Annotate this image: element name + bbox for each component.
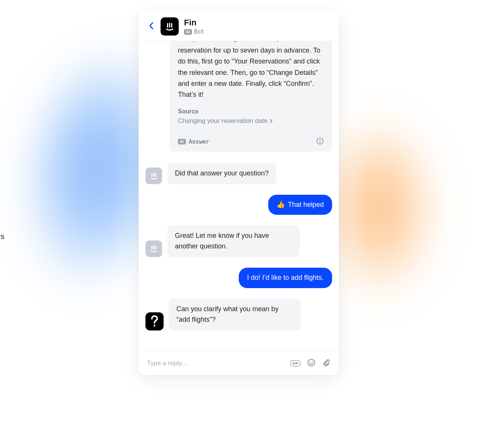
svg-point-13 <box>308 359 315 366</box>
bot-message-bubble: Can you clarify what you mean by “add fl… <box>169 299 301 330</box>
info-button[interactable] <box>316 137 324 146</box>
message-row-user: I do! I’d like to add flights. <box>145 268 332 288</box>
bot-subtitle: AI Bot <box>184 28 204 35</box>
svg-point-14 <box>310 361 311 362</box>
reply-input[interactable] <box>147 360 284 367</box>
message-row-bot: Great! Let me know if you have another q… <box>145 225 332 257</box>
svg-rect-2 <box>171 23 172 28</box>
chat-header: Fin AI Bot <box>139 11 339 41</box>
bot-avatar <box>145 168 162 184</box>
ai-badge: AI <box>178 139 186 144</box>
source-link[interactable]: Changing your reservation date <box>178 117 324 125</box>
svg-point-12 <box>154 324 156 326</box>
info-icon <box>316 137 324 145</box>
chevron-right-icon <box>270 119 273 123</box>
svg-rect-7 <box>153 172 155 177</box>
header-titles: Fin AI Bot <box>184 18 204 35</box>
svg-rect-11 <box>155 246 156 250</box>
svg-point-15 <box>312 361 313 362</box>
svg-rect-1 <box>169 23 170 28</box>
intercom-logo-icon <box>149 244 159 254</box>
svg-rect-6 <box>152 173 153 177</box>
ai-badge: AI <box>184 29 192 35</box>
background-partial-text: rs <box>0 232 5 241</box>
user-message-text: That helped <box>288 200 324 210</box>
chevron-left-icon <box>148 22 154 30</box>
bot-message-bubble: Did that answer your question? <box>167 163 276 184</box>
user-message-bubble: 👍 That helped <box>268 195 332 215</box>
intercom-logo-icon <box>149 171 159 181</box>
thumbs-up-emoji: 👍 <box>277 200 285 210</box>
answer-body: reservation for up to seven days in adva… <box>178 45 324 101</box>
svg-rect-8 <box>155 173 156 177</box>
answer-cutoff-text: Yes, you can change the date of your <box>178 41 324 44</box>
attachment-button[interactable] <box>322 358 331 368</box>
compose-area: GIF <box>139 351 339 375</box>
answer-card: Yes, you can change the date of your res… <box>170 41 332 152</box>
source-block: Source Changing your reservation date <box>178 108 324 125</box>
bot-avatar <box>161 17 179 36</box>
smiley-icon <box>307 358 315 367</box>
gif-button[interactable]: GIF <box>291 360 300 366</box>
message-row-bot: Can you clarify what you mean by “add fl… <box>145 299 332 330</box>
user-message-bubble: I do! I’d like to add flights. <box>239 268 332 288</box>
message-row-user: 👍 That helped <box>145 195 332 215</box>
bot-avatar-question <box>145 312 164 330</box>
answer-card-footer: AI Answer <box>178 137 324 146</box>
svg-rect-10 <box>153 246 155 250</box>
svg-point-4 <box>320 139 320 140</box>
back-button[interactable] <box>147 20 155 33</box>
chat-window: Fin AI Bot Yes, you can change the date … <box>139 11 339 375</box>
svg-rect-5 <box>320 140 320 143</box>
message-row-bot: Did that answer your question? <box>145 163 332 184</box>
source-link-text: Changing your reservation date <box>178 117 267 125</box>
answer-footer-label: Answer <box>189 138 209 145</box>
emoji-button[interactable] <box>307 358 315 368</box>
bot-message-bubble: Great! Let me know if you have another q… <box>167 225 300 257</box>
source-label: Source <box>178 108 324 115</box>
user-message-text: I do! I’d like to add flights. <box>247 273 324 283</box>
paperclip-icon <box>322 358 331 367</box>
bot-name: Fin <box>184 18 204 28</box>
chat-body: Yes, you can change the date of your res… <box>139 41 339 351</box>
divider <box>170 132 332 132</box>
bot-avatar <box>145 240 162 257</box>
svg-rect-0 <box>167 23 168 28</box>
intercom-logo-icon <box>164 21 175 32</box>
question-mark-icon <box>150 315 159 328</box>
bot-role-label: Bot <box>194 28 204 35</box>
svg-rect-9 <box>152 246 153 250</box>
